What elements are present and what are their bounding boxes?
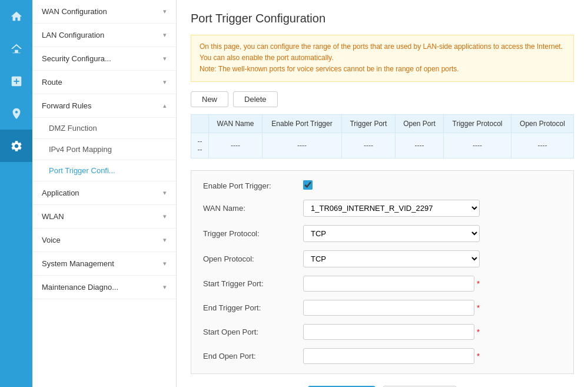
main-content: Port Trigger Configuration On this page,… [177, 0, 588, 387]
nav-home2-icon[interactable] [0, 32, 32, 65]
form-row-trigger-protocol: Trigger Protocol: TCP UDP TCP/UDP [203, 225, 562, 242]
sidebar-item-wlan[interactable]: WLAN ▾ [32, 205, 176, 229]
sidebar-item-security-configuration[interactable]: Security Configura... ▾ [32, 47, 176, 71]
chevron-down-icon: ▾ [163, 260, 167, 267]
form-section: Enable Port Trigger: WAN Name: 1_TR069_I… [191, 170, 574, 374]
open-protocol-field: TCP UDP TCP/UDP [303, 250, 480, 267]
enable-port-trigger-field [303, 180, 480, 191]
label-wan-name: WAN Name: [203, 204, 303, 213]
toolbar: New Delete [191, 91, 574, 107]
form-row-enable-port-trigger: Enable Port Trigger: [203, 180, 562, 191]
table-cell-trigger-port: ---- [341, 133, 395, 158]
required-star-2: * [477, 303, 480, 312]
sidebar-item-application[interactable]: Application ▾ [32, 181, 176, 205]
label-start-trigger-port: Start Trigger Port: [203, 279, 303, 288]
table-header-open-protocol: Open Protocol [511, 114, 573, 133]
chevron-down-icon: ▾ [163, 31, 167, 39]
info-line-1: On this page, you can configure the rang… [200, 41, 565, 64]
sidebar-subitem-dmz-function[interactable]: DMZ Function [32, 118, 176, 139]
icon-rail [0, 0, 32, 387]
chevron-down-icon: ▾ [163, 189, 167, 197]
sidebar-item-route[interactable]: Route ▾ [32, 71, 176, 94]
required-star-1: * [477, 279, 480, 288]
sidebar-item-maintenance-diagnostics[interactable]: Maintenance Diagno... ▾ [32, 276, 176, 299]
start-open-port-field: * [303, 324, 480, 340]
start-trigger-port-field: * [303, 276, 480, 292]
sidebar-item-lan-configuration[interactable]: LAN Configuration ▾ [32, 24, 176, 47]
table-header-trigger-protocol: Trigger Protocol [444, 114, 511, 133]
end-open-port-field: * [303, 348, 480, 364]
nav-panel: WAN Configuration ▾ LAN Configuration ▾ … [32, 0, 177, 387]
form-row-open-protocol: Open Protocol: TCP UDP TCP/UDP [203, 250, 562, 267]
table-cell-open-protocol: ---- [511, 133, 573, 158]
table-header-trigger-port: Trigger Port [341, 114, 395, 133]
info-box: On this page, you can configure the rang… [191, 35, 574, 82]
table-row: ---- ---- ---- ---- ---- ---- ---- [191, 133, 574, 158]
chevron-down-icon: ▾ [163, 55, 167, 62]
table-cell-open-port: ---- [395, 133, 443, 158]
table-header-checkbox [191, 114, 209, 133]
table-cell-wan-name: ---- [209, 133, 263, 158]
chevron-down-icon: ▾ [163, 236, 167, 244]
end-open-port-input[interactable] [303, 348, 474, 364]
form-row-start-trigger-port: Start Trigger Port: * [203, 276, 562, 292]
end-trigger-port-input[interactable] [303, 300, 474, 316]
form-row-start-open-port: Start Open Port: * [203, 324, 562, 340]
info-line-2: Note: The well-known ports for voice ser… [200, 64, 565, 75]
table-header-enable-port-trigger: Enable Port Trigger [263, 114, 342, 133]
table-header-wan-name: WAN Name [209, 114, 263, 133]
label-trigger-protocol: Trigger Protocol: [203, 229, 303, 238]
new-button[interactable]: New [191, 91, 228, 107]
chevron-down-icon: ▾ [163, 213, 167, 220]
delete-button[interactable]: Delete [233, 91, 278, 107]
label-enable-port-trigger: Enable Port Trigger: [203, 181, 303, 190]
nav-add-icon[interactable] [0, 65, 32, 97]
page-title: Port Trigger Configuration [191, 12, 574, 25]
chevron-down-icon: ▾ [163, 8, 167, 15]
label-start-open-port: Start Open Port: [203, 328, 303, 336]
sidebar-item-system-management[interactable]: System Management ▾ [32, 252, 176, 276]
open-protocol-select[interactable]: TCP UDP TCP/UDP [303, 250, 480, 267]
nav-route-icon[interactable] [0, 97, 32, 130]
label-open-protocol: Open Protocol: [203, 254, 303, 263]
form-row-wan-name: WAN Name: 1_TR069_INTERNET_R_VID_2297 [203, 200, 562, 217]
chevron-down-icon: ▾ [163, 78, 167, 86]
required-star-4: * [477, 352, 480, 360]
chevron-down-icon: ▾ [163, 283, 167, 291]
sidebar-item-wan-configuration[interactable]: WAN Configuration ▾ [32, 0, 176, 24]
config-table: WAN Name Enable Port Trigger Trigger Por… [191, 114, 574, 158]
start-trigger-port-input[interactable] [303, 276, 474, 292]
required-star-3: * [477, 328, 480, 336]
table-header-open-port: Open Port [395, 114, 443, 133]
wan-name-select[interactable]: 1_TR069_INTERNET_R_VID_2297 [303, 200, 480, 217]
end-trigger-port-field: * [303, 300, 480, 316]
sidebar-subitem-port-trigger-config[interactable]: Port Trigger Confi... [32, 160, 176, 181]
form-row-end-open-port: End Open Port: * [203, 348, 562, 364]
table-cell-trigger-protocol: ---- [444, 133, 511, 158]
trigger-protocol-select[interactable]: TCP UDP TCP/UDP [303, 225, 480, 242]
label-end-open-port: End Open Port: [203, 352, 303, 360]
form-row-end-trigger-port: End Trigger Port: * [203, 300, 562, 316]
sidebar-item-voice[interactable]: Voice ▾ [32, 229, 176, 252]
nav-settings-icon[interactable] [0, 130, 32, 162]
wan-name-field: 1_TR069_INTERNET_R_VID_2297 [303, 200, 480, 217]
sidebar-item-forward-rules[interactable]: Forward Rules ▴ [32, 94, 176, 118]
start-open-port-input[interactable] [303, 324, 474, 340]
chevron-up-icon: ▴ [163, 102, 167, 110]
table-cell-check: ---- [191, 133, 209, 158]
sidebar-subitem-ipv4-port-mapping[interactable]: IPv4 Port Mapping [32, 139, 176, 160]
table-cell-enable: ---- [263, 133, 342, 158]
enable-port-trigger-checkbox[interactable] [303, 180, 313, 190]
nav-home-icon[interactable] [0, 0, 32, 32]
trigger-protocol-field: TCP UDP TCP/UDP [303, 225, 480, 242]
label-end-trigger-port: End Trigger Port: [203, 303, 303, 312]
